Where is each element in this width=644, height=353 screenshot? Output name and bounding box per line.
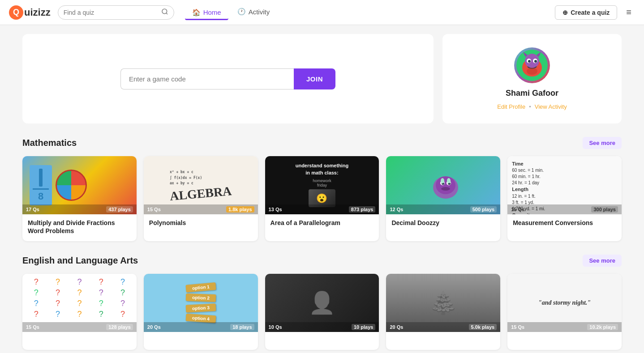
quiz-card-ela-3[interactable]: 👤 10 Qs 10 plays	[265, 274, 379, 350]
quiz-card-parallelogram[interactable]: understand somethingin math class: homew…	[265, 156, 379, 241]
quiz-title-ela-1	[28, 336, 131, 344]
view-activity-link[interactable]: View Activity	[535, 103, 567, 110]
quiz-plays-fractions: 437 plays	[106, 206, 133, 213]
profile-links: Edit Profile • View Activity	[497, 103, 567, 110]
quiz-thumbnail-ela-2: option 1 option 2 option 3 option 4 20 Q…	[144, 274, 258, 332]
quiz-plays-ela-5: 10.2k plays	[587, 324, 618, 330]
ela-section-title: English and Language Arts	[22, 255, 138, 266]
quiz-card-ela-5[interactable]: "and stormy night." 15 Qs 10.2k plays	[507, 274, 622, 350]
avatar	[514, 47, 550, 83]
quiz-title-ela-3	[270, 336, 374, 344]
quiz-questions-ela-2: 20 Qs	[147, 324, 161, 330]
quiz-info-ela-1	[22, 332, 137, 350]
search-input[interactable]	[64, 9, 159, 16]
ela-section: English and Language Arts See more ? ? ?…	[22, 255, 622, 350]
quiz-plays-decimal: 500 plays	[470, 206, 497, 213]
quiz-thumbnail-ela-1: ? ? ? ? ? ? ? ? ? ? ? ? ? ? ?	[22, 274, 137, 332]
quiz-stats-ela-5: 15 Qs 10.2k plays	[507, 322, 622, 332]
quiz-title-fractions: Multiply and Divide Fractions Word Probl…	[28, 219, 131, 235]
quiz-thumbnail-measurement: Time 60 sec. = 1 min. 60 min. = 1 hr. 24…	[507, 156, 622, 214]
quiz-info-ela-2	[144, 332, 258, 350]
quiz-card-fractions[interactable]: 8 17 Qs 437 plays Multiply and Divide Fr…	[22, 156, 137, 241]
quiz-card-ela-4[interactable]: 🌲 20 Qs 5.0k plays	[386, 274, 500, 350]
create-quiz-button[interactable]: ⊕ Create a quiz	[555, 5, 617, 20]
search-icon	[161, 8, 168, 17]
quiz-plays-parallelogram: 873 plays	[349, 206, 376, 213]
quiz-stats-ela-1: 15 Qs 128 plays	[22, 322, 137, 332]
quiz-plays-measurement: 300 plays	[591, 206, 618, 213]
nav-activity[interactable]: 🕐 Activity	[230, 4, 277, 21]
quiz-info-polynomials: Polynomials	[144, 214, 258, 233]
quiz-info-ela-4	[386, 332, 500, 350]
join-button[interactable]: JOIN	[294, 68, 335, 89]
quiz-thumbnail-decimal: 12 Qs 500 plays	[386, 156, 500, 214]
nav-home-label: Home	[203, 9, 221, 16]
quiz-title-parallelogram: Area of a Parallelogram	[270, 219, 374, 227]
quiz-card-polynomials[interactable]: x² + bx + c ∫ f(x)dx = F(x) ax + by = c …	[144, 156, 258, 241]
quiz-thumbnail-ela-3: 👤 10 Qs 10 plays	[265, 274, 379, 332]
svg-point-18	[441, 178, 444, 183]
game-code-input[interactable]	[120, 68, 294, 89]
svg-point-17	[441, 187, 450, 191]
ela-section-header: English and Language Arts See more	[22, 255, 622, 267]
quiz-info-measurement: Measurement Conversions	[507, 214, 622, 233]
quiz-stats-polynomials: 15 Qs 1.8k plays	[144, 204, 258, 214]
math-section-header: Mathematics See more	[22, 137, 622, 149]
profile-card: Shami Gafoor Edit Profile • View Activit…	[442, 34, 622, 123]
quiz-plays-ela-2: 18 plays	[230, 324, 254, 330]
mathematics-section: Mathematics See more 8	[22, 137, 622, 241]
quiz-plays-ela-1: 128 plays	[106, 324, 133, 330]
search-bar[interactable]	[58, 5, 174, 20]
menu-button[interactable]: ≡	[623, 5, 635, 19]
quiz-plays-polynomials: 1.8k plays	[226, 206, 254, 213]
math-see-more-button[interactable]: See more	[583, 137, 622, 149]
quiz-title-ela-5	[513, 336, 616, 344]
quiz-questions-decimal: 12 Qs	[390, 206, 403, 213]
quiz-card-ela-2[interactable]: option 1 option 2 option 3 option 4 20 Q…	[144, 274, 258, 350]
svg-point-10	[527, 68, 537, 75]
quiz-questions-measurement: 15 Qs	[511, 206, 524, 213]
quiz-stats-ela-3: 10 Qs 10 plays	[265, 322, 379, 332]
quiz-card-ela-1[interactable]: ? ? ? ? ? ? ? ? ? ? ? ? ? ? ?	[22, 274, 137, 350]
quiz-title-measurement: Measurement Conversions	[513, 219, 616, 227]
thumb-inner-ela-1: ? ? ? ? ? ? ? ? ? ? ? ? ? ? ?	[22, 274, 137, 323]
nav-home[interactable]: 🏠 Home	[185, 5, 228, 20]
header: Q uizizz 🏠 Home 🕐 Activity ⊕ Create a qu…	[0, 0, 644, 25]
quiz-thumbnail-algebra: x² + bx + c ∫ f(x)dx = F(x) ax + by = c …	[144, 156, 258, 214]
top-section: JOIN	[22, 34, 622, 123]
home-icon: 🏠	[192, 9, 201, 17]
game-code-form: JOIN	[120, 68, 335, 89]
thumb-inner-ela-2: option 1 option 2 option 3 option 4	[181, 279, 220, 327]
quiz-questions-fractions: 17 Qs	[26, 206, 39, 213]
quiz-title-polynomials: Polynomials	[149, 219, 253, 227]
quiz-title-decimal: Decimal Doozzy	[391, 219, 495, 227]
svg-point-12	[436, 176, 455, 194]
quiz-stats-ela-2: 20 Qs 18 plays	[144, 322, 258, 332]
logo[interactable]: Q uizizz	[9, 5, 51, 20]
svg-point-8	[528, 60, 531, 63]
logo-icon: Q	[9, 5, 23, 20]
svg-point-0	[162, 9, 167, 14]
quiz-thumbnail-ela-5: "and stormy night." 15 Qs 10.2k plays	[507, 274, 622, 332]
quiz-info-parallelogram: Area of a Parallelogram	[265, 214, 379, 233]
create-button-label: Create a quiz	[571, 9, 610, 16]
math-quiz-grid: 8 17 Qs 437 plays Multiply and Divide Fr…	[22, 156, 622, 241]
profile-name: Shami Gafoor	[506, 89, 558, 98]
edit-profile-link[interactable]: Edit Profile	[497, 103, 525, 110]
plus-icon: ⊕	[562, 9, 568, 16]
quiz-card-decimal[interactable]: 12 Qs 500 plays Decimal Doozzy	[386, 156, 500, 241]
header-right: ⊕ Create a quiz ≡	[555, 5, 635, 20]
quiz-title-ela-2	[149, 336, 253, 344]
quiz-plays-ela-4: 5.0k plays	[469, 324, 497, 330]
math-section-title: Mathematics	[22, 138, 77, 148]
quiz-plays-ela-3: 10 plays	[352, 324, 375, 330]
main-content: JOIN	[0, 25, 644, 353]
quiz-stats-parallelogram: 13 Qs 873 plays	[265, 204, 379, 214]
ela-quiz-grid: ? ? ? ? ? ? ? ? ? ? ? ? ? ? ?	[22, 274, 622, 350]
svg-point-9	[534, 60, 537, 63]
quiz-title-ela-4	[391, 336, 495, 344]
ela-see-more-button[interactable]: See more	[583, 255, 622, 267]
quiz-stats-decimal: 12 Qs 500 plays	[386, 204, 500, 214]
quiz-card-measurement[interactable]: Time 60 sec. = 1 min. 60 min. = 1 hr. 24…	[507, 156, 622, 241]
quiz-questions-ela-1: 15 Qs	[26, 324, 39, 330]
